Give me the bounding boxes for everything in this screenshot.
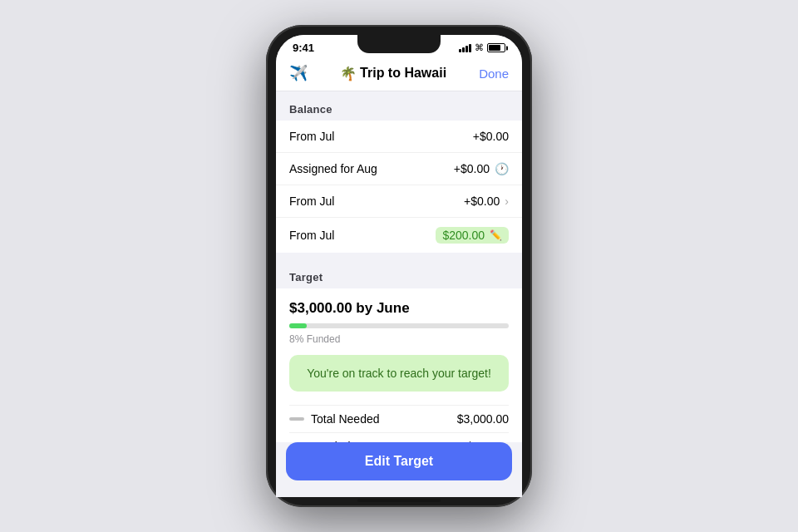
track-message: You're on track to reach your target! xyxy=(289,355,509,392)
scroll-content: Balance From Jul +$0.00 Assigned for Aug… xyxy=(276,91,522,497)
stats-value-total: $3,000.00 xyxy=(457,412,509,426)
funded-label: 8% Funded xyxy=(289,333,509,345)
home-indicator xyxy=(357,499,441,502)
balance-card: From Jul +$0.00 Assigned for Aug +$0.00 … xyxy=(276,121,522,253)
section-divider xyxy=(276,253,522,259)
table-row: Assigned for Aug +$0.00 🕐 xyxy=(276,153,522,185)
target-section-header: Target xyxy=(276,259,522,288)
status-time: 9:41 xyxy=(293,42,314,54)
row-label: From Jul xyxy=(289,195,334,208)
stats-row-total: Total Needed $3,000.00 xyxy=(289,405,509,432)
row-value: +$0.00 › xyxy=(464,195,509,208)
clock-icon[interactable]: 🕐 xyxy=(495,162,509,175)
back-icon[interactable]: ✈️ xyxy=(289,64,308,82)
page-title: 🌴 Trip to Hawaii xyxy=(340,66,446,81)
done-button[interactable]: Done xyxy=(479,66,509,81)
phone-screen: 9:41 ⌘ ✈️ 🌴 Trip to Hawaii D xyxy=(276,35,522,497)
row-value-green: $200.00 ✏️ xyxy=(436,227,509,244)
notch xyxy=(357,35,441,53)
row-label: From Jul xyxy=(289,229,334,242)
table-row: From Jul +$0.00 › xyxy=(276,185,522,218)
row-value: +$0.00 xyxy=(473,130,509,143)
battery-icon xyxy=(487,43,505,52)
chevron-right-icon[interactable]: › xyxy=(505,195,509,208)
edit-icon[interactable]: ✏️ xyxy=(490,229,502,241)
progress-fill xyxy=(289,323,307,328)
balance-section-header: Balance xyxy=(276,91,522,121)
edit-target-button[interactable]: Edit Target xyxy=(286,442,512,480)
table-row: From Jul $200.00 ✏️ xyxy=(276,218,522,253)
bottom-bar: Edit Target xyxy=(276,442,522,497)
wifi-icon: ⌘ xyxy=(475,42,484,53)
stats-label-total: Total Needed xyxy=(289,412,380,426)
nav-bar: ✈️ 🌴 Trip to Hawaii Done xyxy=(276,57,522,91)
status-icons: ⌘ xyxy=(459,42,505,53)
signal-icon xyxy=(459,43,471,52)
row-label: From Jul xyxy=(289,130,334,143)
phone-shell: 9:41 ⌘ ✈️ 🌴 Trip to Hawaii D xyxy=(266,25,532,507)
progress-track xyxy=(289,323,509,328)
total-dot xyxy=(289,417,304,421)
row-value: +$0.00 🕐 xyxy=(454,162,509,175)
table-row: From Jul +$0.00 xyxy=(276,121,522,153)
row-label: Assigned for Aug xyxy=(289,162,377,175)
target-amount: $3,000.00 by June xyxy=(289,300,509,317)
title-emoji: 🌴 xyxy=(340,66,357,81)
